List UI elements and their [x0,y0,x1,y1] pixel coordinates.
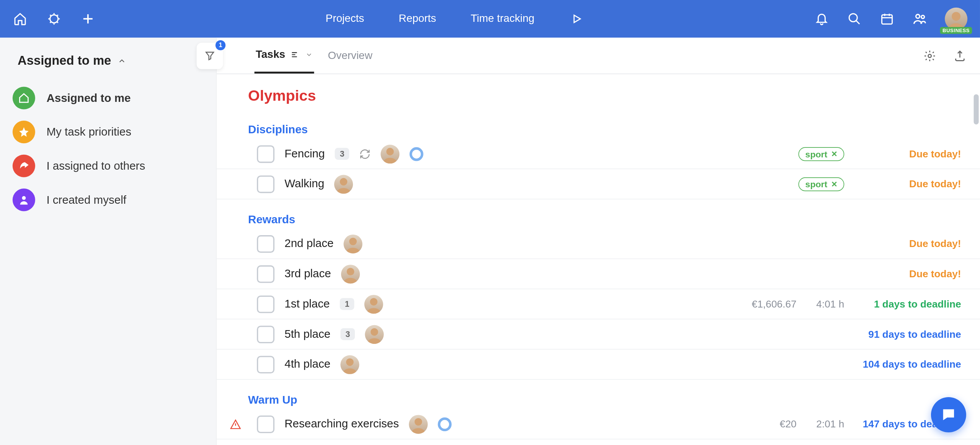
task-checkbox[interactable] [257,295,274,312]
task-cost: €20 [740,418,797,430]
svg-point-9 [340,178,348,185]
tab-label: Overview [328,49,372,62]
svg-point-14 [346,358,354,366]
assignee-avatar[interactable] [365,325,384,344]
nav-time-tracking[interactable]: Time tracking [471,13,534,25]
scrollbar-thumb[interactable] [974,94,979,124]
assignee-avatar[interactable] [381,144,400,163]
chat-fab[interactable] [931,397,966,432]
task-row[interactable]: 4th place104 days to deadline [217,349,980,380]
section-title[interactable]: Warm Up [217,380,980,409]
tab-overview[interactable]: Overview [327,38,374,74]
tab-tasks[interactable]: Tasks [255,38,314,74]
tag-label: sport [805,179,827,189]
task-cost: €1,606.67 [740,298,797,310]
assignee-avatar[interactable] [341,264,360,283]
task-deadline: 91 days to deadline [854,328,961,340]
svg-point-10 [350,237,357,245]
sidebar-title: Assigned to me [18,53,111,68]
gear-icon[interactable] [922,48,937,63]
bell-icon[interactable] [814,11,829,26]
sidebar-item-label: I assigned to others [46,159,145,172]
task-content: Olympics DisciplinesFencing3sport✕Due to… [217,74,980,445]
progress-circle-icon [410,147,423,160]
assignee-avatar[interactable] [364,294,383,313]
plus-icon[interactable] [80,11,95,26]
play-icon[interactable] [569,11,584,26]
task-row[interactable]: Fencing3sport✕Due today! [217,139,980,169]
funnel-icon [204,50,216,61]
task-name: Walking [284,177,324,190]
calendar-icon[interactable] [879,11,894,26]
search-icon[interactable] [847,11,862,26]
task-checkbox[interactable] [257,325,274,343]
svg-rect-2 [882,15,892,24]
chevron-up-icon [118,56,126,65]
task-name: Fencing [284,147,325,160]
task-name: 4th place [284,358,330,371]
tabbar: 1 Tasks Overview [217,38,980,74]
progress-circle-icon [438,417,452,431]
sidebar-item-my-priorities[interactable]: My task priorities [13,121,204,143]
svg-point-8 [387,147,394,155]
sidebar-heading[interactable]: Assigned to me [13,53,204,68]
task-checkbox[interactable] [257,415,274,433]
chevron-down-icon [305,51,313,59]
tag-pill[interactable]: sport✕ [799,147,844,160]
repeat-icon [359,148,371,159]
assignee-avatar[interactable] [341,355,359,373]
task-deadline: Due today! [854,268,961,280]
nav-reports[interactable]: Reports [399,13,436,25]
tab-label: Tasks [256,48,285,61]
svg-point-7 [928,54,931,57]
task-checkbox[interactable] [257,235,274,252]
task-row[interactable]: 3rd placeDue today! [217,259,980,289]
filter-count-badge: 1 [216,40,225,50]
sidebar-item-label: My task priorities [46,125,131,138]
subtask-count: 1 [340,298,354,310]
home-small-icon [13,87,35,109]
task-checkbox[interactable] [257,355,274,373]
svg-point-12 [370,298,378,305]
task-deadline: Due today! [854,238,961,249]
sidebar-item-assigned-to-me[interactable]: Assigned to me [13,87,204,109]
filter-button[interactable]: 1 [197,43,223,69]
task-row[interactable]: 2nd placeDue today! [217,229,980,259]
people-icon[interactable] [912,11,927,26]
home-icon[interactable] [13,11,28,26]
task-checkbox[interactable] [257,145,274,162]
topbar: Projects Reports Time tracking BUSINESS [0,0,980,38]
star-icon [13,121,35,143]
export-icon[interactable] [952,48,967,63]
task-deadline: 1 days to deadline [854,298,961,310]
subtask-count: 3 [335,148,350,160]
svg-point-1 [849,14,857,22]
task-checkbox[interactable] [257,175,274,193]
task-row[interactable]: Walkingsport✕Due today! [217,169,980,199]
sidebar-item-created-myself[interactable]: I created myself [13,188,204,211]
section-title[interactable]: Disciplines [217,110,980,139]
task-row[interactable]: Researching exercises€202:01 h147 days t… [217,409,980,439]
task-time: 4:01 h [807,298,844,310]
task-deadline: Due today! [854,148,961,159]
share-arrow-icon [13,155,35,177]
project-title[interactable]: Olympics [217,80,980,109]
section-title[interactable]: Rewards [217,199,980,229]
tag-remove-icon[interactable]: ✕ [831,180,837,188]
assignee-avatar[interactable] [409,414,428,433]
user-avatar[interactable]: BUSINESS [945,8,967,30]
tag-remove-icon[interactable]: ✕ [831,149,837,158]
nav-projects[interactable]: Projects [326,13,364,25]
settings-wheel-icon[interactable] [46,11,61,26]
sidebar-item-label: I created myself [46,193,126,206]
task-row[interactable]: 1st place1€1,606.674:01 h1 days to deadl… [217,289,980,319]
sidebar-item-assigned-to-others[interactable]: I assigned to others [13,155,204,177]
task-checkbox[interactable] [257,265,274,283]
task-name: Researching exercises [284,417,399,430]
tag-pill[interactable]: sport✕ [799,177,844,191]
assignee-avatar[interactable] [344,234,363,253]
tag-label: sport [805,149,827,159]
alert-icon [229,418,242,430]
assignee-avatar[interactable] [335,174,353,193]
task-row[interactable]: 5th place391 days to deadline [217,319,980,350]
